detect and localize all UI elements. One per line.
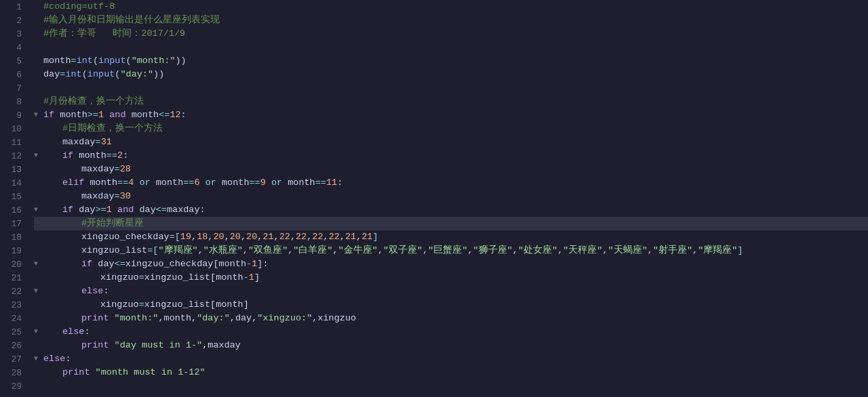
code-line: #日期检查，换一个方法 xyxy=(34,122,868,135)
code-token: month xyxy=(216,271,243,285)
code-token: #月份检查，换一个方法 xyxy=(43,95,144,108)
fold-arrow-icon[interactable]: ▼ xyxy=(34,325,43,339)
code-token: , xyxy=(378,244,383,257)
code-token: day xyxy=(79,203,95,217)
code-token: month xyxy=(219,257,247,271)
fold-spacer xyxy=(34,135,43,149)
fold-spacer xyxy=(34,14,43,27)
code-token: 28 xyxy=(120,163,131,176)
code-token: : xyxy=(84,325,90,339)
code-token: if xyxy=(62,203,79,217)
code-token: and xyxy=(104,108,132,122)
code-token: "白羊座" xyxy=(293,244,332,257)
code-token: 6 xyxy=(194,176,199,190)
code-token: day xyxy=(139,203,155,217)
code-token: if xyxy=(43,108,60,122)
code-token: xingzuo xyxy=(100,271,139,285)
code-line: day=int(input("day:")) xyxy=(34,68,868,81)
code-token: , xyxy=(323,230,329,244)
code-token: [ xyxy=(210,271,216,285)
code-token: , xyxy=(191,312,197,325)
code-token: xingzuo_checkday xyxy=(81,230,170,244)
code-token: )) xyxy=(175,54,186,68)
code-token: , xyxy=(312,312,317,325)
line-number: 24 xyxy=(7,312,22,326)
fold-spacer xyxy=(34,122,43,135)
code-line: xingzuo=xingzuo_list[month-1] xyxy=(34,271,868,285)
code-line: xingzuo_list=["摩羯座","水瓶座","双鱼座","白羊座","金… xyxy=(34,244,868,257)
line-number: 16 xyxy=(7,204,22,217)
line-number: 11 xyxy=(7,136,22,150)
code-token: ] xyxy=(372,230,378,244)
code-token: month xyxy=(288,176,315,190)
code-line: ▼else: xyxy=(34,285,868,298)
fold-spacer xyxy=(34,27,43,41)
code-token: : xyxy=(123,149,128,163)
code-token: "month must in 1-12" xyxy=(96,366,205,379)
code-line: month=int(input("month:")) xyxy=(34,54,868,68)
code-line xyxy=(34,81,868,95)
code-token: month xyxy=(60,108,87,122)
code-token: = xyxy=(60,68,65,81)
code-token: >= xyxy=(96,203,106,217)
code-token: , xyxy=(356,230,361,244)
code-token: "xingzuo:" xyxy=(257,312,312,325)
fold-spacer xyxy=(34,379,43,393)
line-number: 20 xyxy=(7,258,22,272)
code-token: month xyxy=(156,176,184,190)
code-token: if xyxy=(62,149,79,163)
fold-spacer xyxy=(34,54,43,68)
code-token: month xyxy=(164,312,192,325)
code-token: "狮子座" xyxy=(473,244,513,257)
code-token: 21 xyxy=(345,230,356,244)
code-token: else xyxy=(81,285,103,298)
code-token: =[ xyxy=(147,244,158,257)
code-token: ]: xyxy=(257,257,268,271)
code-token: print xyxy=(81,312,115,325)
code-token: day xyxy=(98,257,114,271)
code-line: print "day must in 1-",maxday xyxy=(34,339,868,352)
code-line: print "month:",month,"day:",day,"xingzuo… xyxy=(34,312,868,325)
fold-arrow-icon[interactable]: ▼ xyxy=(34,285,43,298)
code-token: 1 xyxy=(252,257,257,271)
fold-spacer xyxy=(34,190,43,203)
code-token: <= xyxy=(156,203,167,217)
code-editor: 1234567891011121314151617181920212223242… xyxy=(0,0,868,397)
code-token: : xyxy=(65,352,71,366)
line-numbers: 1234567891011121314151617181920212223242… xyxy=(0,0,28,397)
code-token: == xyxy=(117,176,128,190)
code-token: print xyxy=(62,366,96,379)
fold-arrow-icon[interactable]: ▼ xyxy=(34,108,43,122)
fold-spacer xyxy=(34,81,43,95)
code-token: = xyxy=(96,135,101,149)
fold-arrow-icon[interactable]: ▼ xyxy=(34,257,43,271)
code-token: : xyxy=(103,285,108,298)
code-token: day xyxy=(43,68,60,81)
code-token: 31 xyxy=(101,135,112,149)
code-token: "双鱼座" xyxy=(248,244,288,257)
code-line: ▼if day>=1 and day<=maxday: xyxy=(34,203,868,217)
code-token: "水瓶座" xyxy=(203,244,243,257)
line-number: 13 xyxy=(7,163,22,177)
code-token: input xyxy=(87,68,115,81)
fold-arrow-icon[interactable]: ▼ xyxy=(34,203,43,217)
code-token: , xyxy=(307,230,312,244)
line-number: 10 xyxy=(7,123,22,136)
fold-arrow-icon[interactable]: ▼ xyxy=(34,149,43,163)
code-token: "摩羯座" xyxy=(158,244,197,257)
code-token: #coding=utf-8 xyxy=(43,0,115,14)
code-token: , xyxy=(557,244,563,257)
line-number: 1 xyxy=(7,1,22,14)
code-token: "金牛座" xyxy=(338,244,378,257)
fold-arrow-icon[interactable]: ▼ xyxy=(34,352,43,366)
code-token: xingzuo_checkday xyxy=(125,257,214,271)
code-token: 1 xyxy=(98,108,104,122)
code-token: month xyxy=(90,176,118,190)
code-token: "day must in 1-" xyxy=(115,339,203,352)
code-token: 2 xyxy=(117,149,123,163)
code-token: 21 xyxy=(262,230,273,244)
code-token: xingzuo_list xyxy=(144,298,210,312)
code-token: ( xyxy=(115,68,120,81)
code-token: 21 xyxy=(361,230,372,244)
code-token: 20 xyxy=(213,230,224,244)
